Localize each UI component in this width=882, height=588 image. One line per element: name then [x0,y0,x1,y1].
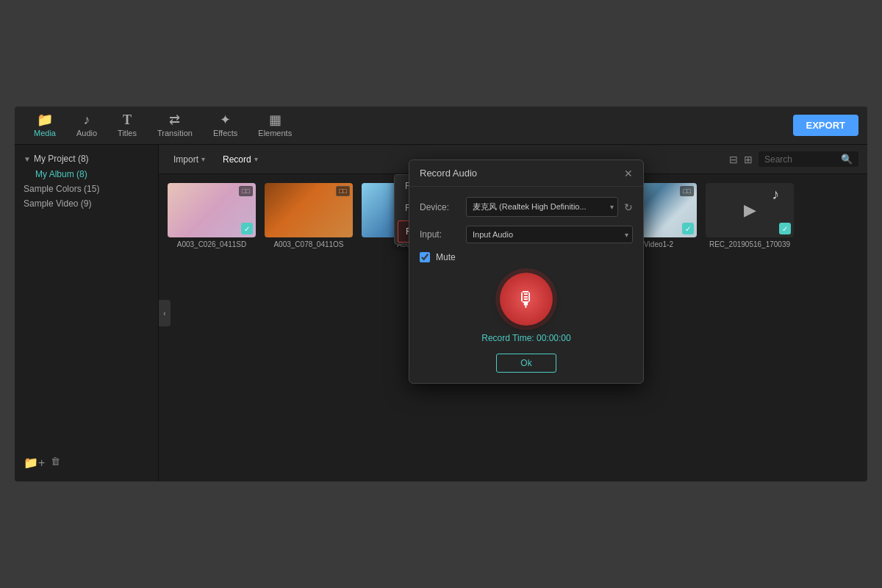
dialog-close-button[interactable]: ✕ [624,168,633,179]
media-item-cherry[interactable]: □□ ✓ A003_C026_0411SD [168,183,256,248]
video-type-badge-6: □□ [680,186,694,196]
add-folder-icon[interactable]: 📁+ [24,456,45,470]
dialog-body: Device: 麦克风 (Realtek High Definitio... ▾… [409,187,643,383]
toolbar-item-effects[interactable]: ✦ Effects [203,110,248,140]
search-bar: 🔍 [759,151,858,167]
media-thumb-autumn: □□ [265,183,353,237]
media-name-cherry: A003_C026_0411SD [168,240,256,248]
search-icon: 🔍 [841,154,853,165]
media-name-autumn: A003_C078_0411OS [265,240,353,248]
sidebar-album[interactable]: My Album (8) [15,167,158,182]
mute-row: Mute [420,252,633,262]
album-label: My Album (8) [35,169,87,179]
media-item-rec[interactable]: ♪ ▶ ✓ REC_20190516_170039 [706,183,794,248]
input-label: Input: [420,229,460,240]
project-arrow-icon: ▼ [24,155,31,163]
dialog-title: Record Audio [420,168,477,179]
audio-label: Audio [76,129,97,137]
device-label: Device: [420,202,460,212]
mute-checkbox[interactable] [420,252,430,262]
input-row: Input: Input Audio ▾ [420,226,633,243]
search-input[interactable] [764,154,838,165]
toolbar-item-titles[interactable]: T Titles [107,110,147,140]
video-label: Sample Video (9) [24,198,92,209]
video-type-badge-2: □□ [336,186,350,196]
export-button[interactable]: EXPORT [793,115,858,136]
check-mark-rec: ✓ [779,223,791,234]
delete-folder-icon[interactable]: 🗑 [51,456,60,470]
project-label: My Project (8) [34,154,89,164]
media-thumb-rec: ♪ ▶ ✓ [706,183,794,237]
filter-icon[interactable]: ⊟ [729,154,738,165]
device-select-wrap: 麦克风 (Realtek High Definitio... ▾ [466,197,618,217]
main-toolbar: 📁 Media ♪ Audio T Titles ⇄ Transition ✦ … [15,107,867,145]
effects-label: Effects [213,129,237,137]
titles-label: Titles [118,129,137,137]
import-label: Import [173,154,198,165]
record-mic-button[interactable]: 🎙 [500,273,553,326]
mute-label: Mute [436,252,456,262]
toolbar-item-media[interactable]: 📁 Media [24,110,66,140]
sidebar: ▼ My Project (8) My Album (8) Sample Col… [15,145,159,481]
collapse-button[interactable]: ‹ [159,300,171,326]
media-label: Media [34,129,56,137]
record-label: Record [223,154,251,165]
sidebar-item-video[interactable]: Sample Video (9) [15,196,158,211]
content-area: ‹ Import ▾ Record ▾ ⊟ ⊞ [159,145,867,481]
main-area: ▼ My Project (8) My Album (8) Sample Col… [15,145,867,481]
app-window: 📁 Media ♪ Audio T Titles ⇄ Transition ✦ … [15,107,867,481]
sidebar-bottom: 📁+ 🗑 [15,450,158,476]
input-select[interactable]: Input Audio [466,226,633,243]
ok-button[interactable]: Ok [496,354,556,373]
refresh-icon[interactable]: ↻ [624,201,633,213]
titles-icon: T [123,113,132,126]
toolbar-item-audio[interactable]: ♪ Audio [66,110,107,140]
check-mark: ✓ [241,223,253,234]
check-mark-myvideo: ✓ [682,223,694,234]
sidebar-item-colors[interactable]: Sample Colors (15) [15,182,158,196]
transition-icon: ⇄ [169,113,180,126]
microphone-icon: 🎙 [516,287,537,312]
media-thumb-cherry: □□ ✓ [168,183,256,237]
import-button[interactable]: Import ▾ [168,151,211,168]
media-icon: 📁 [37,113,53,126]
device-row: Device: 麦克风 (Realtek High Definitio... ▾… [420,197,633,217]
media-item-autumn[interactable]: □□ A003_C078_0411OS [265,183,353,248]
elements-label: Elements [258,129,292,137]
toolbar-item-elements[interactable]: ▦ Elements [248,110,302,140]
sidebar-project[interactable]: ▼ My Project (8) [15,151,158,167]
dialog-header: Record Audio ✕ [409,160,643,187]
grid-icon[interactable]: ⊞ [744,154,753,165]
media-name-rec: REC_20190516_170039 [706,240,794,248]
video-type-badge: □□ [239,186,253,196]
record-audio-dialog: Record Audio ✕ Device: 麦克风 (Realtek High… [409,159,644,384]
audio-icon: ♪ [84,113,90,126]
transition-label: Transition [157,129,193,137]
effects-icon: ✦ [220,113,231,126]
colors-label: Sample Colors (15) [24,184,99,194]
device-select[interactable]: 麦克风 (Realtek High Definitio... [466,197,618,217]
toolbar-item-transition[interactable]: ⇄ Transition [147,110,203,140]
record-time: Record Time: 00:00:00 [420,333,633,343]
record-time-label: Record Time: [481,333,534,343]
import-arrow-icon: ▾ [201,155,205,163]
record-time-value: 00:00:00 [537,333,571,343]
input-select-wrap: Input Audio ▾ [466,226,633,243]
record-arrow-icon: ▾ [254,155,258,163]
record-button[interactable]: Record ▾ [217,151,264,168]
elements-icon: ▦ [269,113,282,126]
